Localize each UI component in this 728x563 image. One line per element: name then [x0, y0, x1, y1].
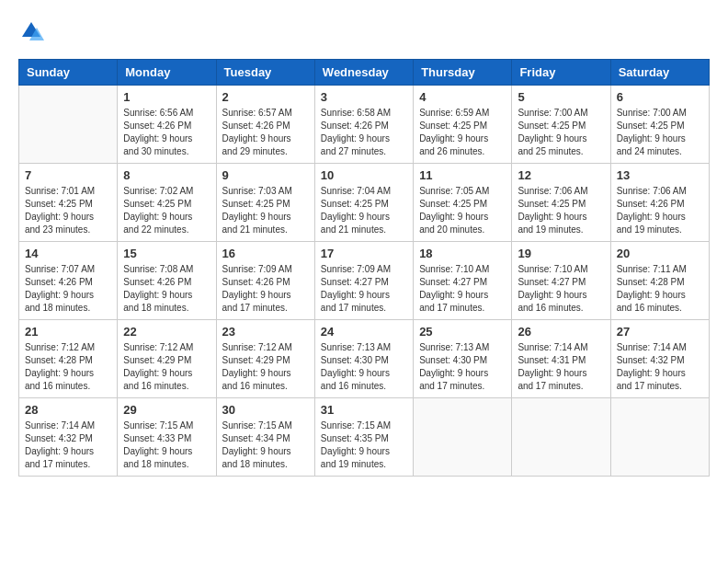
day-number: 3	[321, 90, 407, 104]
day-info: Sunrise: 7:05 AMSunset: 4:25 PMDaylight:…	[419, 185, 506, 236]
calendar-cell: 13Sunrise: 7:06 AMSunset: 4:26 PMDayligh…	[610, 164, 709, 242]
day-number: 23	[222, 325, 309, 339]
day-info: Sunrise: 7:02 AMSunset: 4:25 PMDaylight:…	[123, 185, 210, 236]
col-header-saturday: Saturday	[610, 60, 709, 86]
day-number: 30	[222, 403, 309, 417]
day-info: Sunrise: 7:10 AMSunset: 4:27 PMDaylight:…	[419, 263, 506, 315]
calendar-cell: 11Sunrise: 7:05 AMSunset: 4:25 PMDayligh…	[414, 164, 512, 242]
day-number: 17	[321, 247, 407, 260]
day-info: Sunrise: 7:14 AMSunset: 4:31 PMDaylight:…	[518, 341, 604, 393]
calendar-cell: 20Sunrise: 7:11 AMSunset: 4:28 PMDayligh…	[610, 242, 709, 320]
day-info: Sunrise: 7:07 AMSunset: 4:26 PMDaylight:…	[25, 263, 111, 315]
calendar-cell: 23Sunrise: 7:12 AMSunset: 4:29 PMDayligh…	[216, 320, 314, 398]
day-number: 25	[419, 325, 506, 339]
day-info: Sunrise: 7:12 AMSunset: 4:29 PMDaylight:…	[222, 341, 309, 393]
calendar-cell: 26Sunrise: 7:14 AMSunset: 4:31 PMDayligh…	[512, 320, 610, 398]
day-info: Sunrise: 7:00 AMSunset: 4:25 PMDaylight:…	[617, 107, 703, 158]
calendar-week-3: 14Sunrise: 7:07 AMSunset: 4:26 PMDayligh…	[19, 242, 710, 320]
calendar-cell: 27Sunrise: 7:14 AMSunset: 4:32 PMDayligh…	[610, 320, 709, 398]
day-info: Sunrise: 6:58 AMSunset: 4:26 PMDaylight:…	[321, 107, 407, 158]
calendar-cell: 12Sunrise: 7:06 AMSunset: 4:25 PMDayligh…	[512, 164, 610, 242]
page-header	[18, 18, 710, 44]
day-number: 21	[25, 325, 111, 339]
calendar-cell: 19Sunrise: 7:10 AMSunset: 4:27 PMDayligh…	[512, 242, 610, 320]
calendar-cell: 10Sunrise: 7:04 AMSunset: 4:25 PMDayligh…	[314, 164, 413, 242]
day-number: 13	[617, 168, 703, 182]
col-header-friday: Friday	[512, 60, 610, 86]
day-info: Sunrise: 6:56 AMSunset: 4:26 PMDaylight:…	[123, 107, 210, 158]
day-info: Sunrise: 7:14 AMSunset: 4:32 PMDaylight:…	[617, 341, 703, 393]
logo-icon	[18, 18, 44, 44]
calendar-cell	[512, 398, 610, 477]
day-number: 26	[518, 325, 604, 339]
calendar-cell	[610, 398, 709, 477]
calendar-cell: 16Sunrise: 7:09 AMSunset: 4:26 PMDayligh…	[216, 242, 314, 320]
day-info: Sunrise: 7:15 AMSunset: 4:34 PMDaylight:…	[222, 419, 309, 471]
day-info: Sunrise: 7:15 AMSunset: 4:35 PMDaylight:…	[321, 419, 407, 471]
day-info: Sunrise: 7:13 AMSunset: 4:30 PMDaylight:…	[321, 341, 407, 393]
day-number: 10	[321, 168, 407, 182]
calendar-cell: 18Sunrise: 7:10 AMSunset: 4:27 PMDayligh…	[414, 242, 512, 320]
calendar-header-row: SundayMondayTuesdayWednesdayThursdayFrid…	[19, 60, 710, 86]
day-number: 2	[222, 90, 309, 104]
day-number: 19	[518, 247, 604, 260]
day-number: 31	[321, 403, 407, 417]
calendar-cell: 21Sunrise: 7:12 AMSunset: 4:28 PMDayligh…	[19, 320, 118, 398]
day-number: 12	[518, 168, 604, 182]
calendar-cell: 17Sunrise: 7:09 AMSunset: 4:27 PMDayligh…	[314, 242, 413, 320]
calendar-week-1: 1Sunrise: 6:56 AMSunset: 4:26 PMDaylight…	[19, 86, 710, 164]
col-header-tuesday: Tuesday	[216, 60, 314, 86]
col-header-monday: Monday	[118, 60, 216, 86]
day-info: Sunrise: 7:10 AMSunset: 4:27 PMDaylight:…	[518, 263, 604, 315]
day-info: Sunrise: 7:12 AMSunset: 4:28 PMDaylight:…	[25, 341, 111, 393]
calendar-cell: 6Sunrise: 7:00 AMSunset: 4:25 PMDaylight…	[610, 86, 709, 164]
day-info: Sunrise: 7:08 AMSunset: 4:26 PMDaylight:…	[123, 263, 210, 315]
calendar-cell: 2Sunrise: 6:57 AMSunset: 4:26 PMDaylight…	[216, 86, 314, 164]
calendar-week-2: 7Sunrise: 7:01 AMSunset: 4:25 PMDaylight…	[19, 164, 710, 242]
day-number: 8	[123, 168, 210, 182]
day-number: 7	[25, 168, 111, 182]
logo	[18, 18, 48, 44]
day-number: 28	[25, 403, 111, 417]
col-header-thursday: Thursday	[414, 60, 512, 86]
day-number: 11	[419, 168, 506, 182]
day-info: Sunrise: 7:12 AMSunset: 4:29 PMDaylight:…	[123, 341, 210, 393]
calendar-cell: 25Sunrise: 7:13 AMSunset: 4:30 PMDayligh…	[414, 320, 512, 398]
day-info: Sunrise: 7:15 AMSunset: 4:33 PMDaylight:…	[123, 419, 210, 471]
calendar-cell: 24Sunrise: 7:13 AMSunset: 4:30 PMDayligh…	[314, 320, 413, 398]
day-number: 15	[123, 247, 210, 260]
day-number: 5	[518, 90, 604, 104]
calendar-cell: 30Sunrise: 7:15 AMSunset: 4:34 PMDayligh…	[216, 398, 314, 477]
calendar-week-5: 28Sunrise: 7:14 AMSunset: 4:32 PMDayligh…	[19, 398, 710, 477]
day-number: 14	[25, 247, 111, 260]
col-header-wednesday: Wednesday	[314, 60, 413, 86]
day-info: Sunrise: 7:14 AMSunset: 4:32 PMDaylight:…	[25, 419, 111, 471]
day-number: 24	[321, 325, 407, 339]
day-info: Sunrise: 7:06 AMSunset: 4:26 PMDaylight:…	[617, 185, 703, 236]
day-info: Sunrise: 7:03 AMSunset: 4:25 PMDaylight:…	[222, 185, 309, 236]
calendar-cell	[19, 86, 118, 164]
day-number: 16	[222, 247, 309, 260]
day-number: 9	[222, 168, 309, 182]
day-number: 29	[123, 403, 210, 417]
col-header-sunday: Sunday	[19, 60, 118, 86]
day-number: 27	[617, 325, 703, 339]
day-info: Sunrise: 7:09 AMSunset: 4:26 PMDaylight:…	[222, 263, 309, 315]
day-info: Sunrise: 7:09 AMSunset: 4:27 PMDaylight:…	[321, 263, 407, 315]
calendar-cell: 1Sunrise: 6:56 AMSunset: 4:26 PMDaylight…	[118, 86, 216, 164]
calendar-cell: 7Sunrise: 7:01 AMSunset: 4:25 PMDaylight…	[19, 164, 118, 242]
calendar-week-4: 21Sunrise: 7:12 AMSunset: 4:28 PMDayligh…	[19, 320, 710, 398]
day-number: 4	[419, 90, 506, 104]
calendar-cell: 14Sunrise: 7:07 AMSunset: 4:26 PMDayligh…	[19, 242, 118, 320]
day-info: Sunrise: 7:04 AMSunset: 4:25 PMDaylight:…	[321, 185, 407, 236]
day-number: 22	[123, 325, 210, 339]
calendar-cell: 31Sunrise: 7:15 AMSunset: 4:35 PMDayligh…	[314, 398, 413, 477]
day-number: 1	[123, 90, 210, 104]
calendar-cell: 5Sunrise: 7:00 AMSunset: 4:25 PMDaylight…	[512, 86, 610, 164]
calendar-table: SundayMondayTuesdayWednesdayThursdayFrid…	[18, 59, 710, 477]
calendar-cell: 8Sunrise: 7:02 AMSunset: 4:25 PMDaylight…	[118, 164, 216, 242]
calendar-cell: 3Sunrise: 6:58 AMSunset: 4:26 PMDaylight…	[314, 86, 413, 164]
calendar-cell: 22Sunrise: 7:12 AMSunset: 4:29 PMDayligh…	[118, 320, 216, 398]
day-info: Sunrise: 7:01 AMSunset: 4:25 PMDaylight:…	[25, 185, 111, 236]
calendar-cell: 28Sunrise: 7:14 AMSunset: 4:32 PMDayligh…	[19, 398, 118, 477]
